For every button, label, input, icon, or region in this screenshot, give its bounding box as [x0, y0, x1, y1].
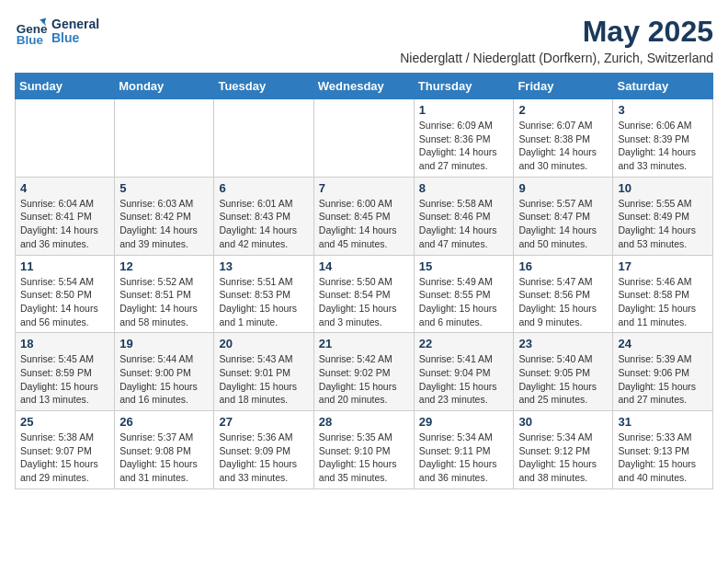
day-number: 17 — [618, 259, 708, 273]
calendar-cell: 28Sunrise: 5:35 AMSunset: 9:10 PMDayligh… — [313, 411, 414, 489]
calendar-cell: 26Sunrise: 5:37 AMSunset: 9:08 PMDayligh… — [115, 411, 214, 489]
day-info: Sunrise: 5:58 AMSunset: 8:46 PMDaylight:… — [419, 197, 509, 251]
day-info: Sunrise: 5:55 AMSunset: 8:49 PMDaylight:… — [618, 197, 708, 251]
calendar-cell — [16, 99, 115, 178]
day-number: 19 — [119, 337, 209, 350]
calendar-cell: 20Sunrise: 5:43 AMSunset: 9:01 PMDayligh… — [214, 333, 313, 411]
calendar-cell: 7Sunrise: 6:00 AMSunset: 8:45 PMDaylight… — [313, 177, 414, 255]
day-info: Sunrise: 5:57 AMSunset: 8:47 PMDaylight:… — [518, 197, 608, 251]
calendar-cell: 15Sunrise: 5:49 AMSunset: 8:55 PMDayligh… — [414, 255, 514, 333]
week-row-4: 18Sunrise: 5:45 AMSunset: 8:59 PMDayligh… — [16, 333, 713, 411]
calendar-cell: 5Sunrise: 6:03 AMSunset: 8:42 PMDaylight… — [115, 177, 214, 255]
calendar-cell: 23Sunrise: 5:40 AMSunset: 9:05 PMDayligh… — [514, 333, 613, 411]
calendar-table: SundayMondayTuesdayWednesdayThursdayFrid… — [15, 73, 713, 489]
location-title: Niederglatt / Niederglatt (Dorfkern), Zu… — [400, 51, 713, 65]
logo-line1: General — [51, 17, 99, 31]
logo-icon: General Blue — [15, 15, 48, 48]
logo-text: General Blue — [51, 17, 99, 46]
svg-text:Blue: Blue — [17, 33, 44, 47]
day-number: 15 — [419, 259, 509, 273]
calendar-cell: 16Sunrise: 5:47 AMSunset: 8:56 PMDayligh… — [514, 255, 613, 333]
week-row-3: 11Sunrise: 5:54 AMSunset: 8:50 PMDayligh… — [16, 255, 713, 333]
week-row-1: 1Sunrise: 6:09 AMSunset: 8:36 PMDaylight… — [16, 99, 713, 178]
calendar-cell: 1Sunrise: 6:09 AMSunset: 8:36 PMDaylight… — [414, 99, 514, 178]
page-header: General Blue General Blue May 2025 Niede… — [15, 15, 713, 65]
calendar-cell: 14Sunrise: 5:50 AMSunset: 8:54 PMDayligh… — [313, 255, 414, 333]
day-number: 22 — [419, 337, 509, 350]
day-number: 29 — [419, 415, 509, 429]
weekday-header-row: SundayMondayTuesdayWednesdayThursdayFrid… — [16, 74, 713, 99]
calendar-cell: 2Sunrise: 6:07 AMSunset: 8:38 PMDaylight… — [514, 99, 613, 178]
day-info: Sunrise: 5:49 AMSunset: 8:55 PMDaylight:… — [419, 275, 509, 329]
calendar-cell: 12Sunrise: 5:52 AMSunset: 8:51 PMDayligh… — [115, 255, 214, 333]
day-number: 2 — [518, 103, 608, 117]
day-number: 13 — [219, 259, 308, 273]
calendar-cell: 31Sunrise: 5:33 AMSunset: 9:13 PMDayligh… — [613, 411, 713, 489]
day-info: Sunrise: 5:41 AMSunset: 9:04 PMDaylight:… — [419, 352, 509, 407]
day-info: Sunrise: 6:04 AMSunset: 8:41 PMDaylight:… — [20, 197, 109, 251]
day-info: Sunrise: 5:42 AMSunset: 9:02 PMDaylight:… — [319, 352, 409, 407]
weekday-header-sunday: Sunday — [16, 74, 115, 99]
day-info: Sunrise: 6:03 AMSunset: 8:42 PMDaylight:… — [119, 197, 209, 251]
day-info: Sunrise: 5:34 AMSunset: 9:11 PMDaylight:… — [419, 431, 509, 485]
calendar-cell: 17Sunrise: 5:46 AMSunset: 8:58 PMDayligh… — [613, 255, 713, 333]
day-number: 10 — [618, 181, 708, 195]
day-info: Sunrise: 5:38 AMSunset: 9:07 PMDaylight:… — [20, 431, 109, 485]
calendar-cell: 27Sunrise: 5:36 AMSunset: 9:09 PMDayligh… — [214, 411, 313, 489]
day-number: 31 — [618, 415, 708, 429]
calendar-cell — [115, 99, 214, 178]
day-number: 28 — [319, 415, 409, 429]
day-info: Sunrise: 5:43 AMSunset: 9:01 PMDaylight:… — [219, 352, 308, 407]
day-info: Sunrise: 5:51 AMSunset: 8:53 PMDaylight:… — [219, 275, 308, 329]
weekday-header-saturday: Saturday — [613, 74, 713, 99]
calendar-cell: 30Sunrise: 5:34 AMSunset: 9:12 PMDayligh… — [514, 411, 613, 489]
calendar-cell: 8Sunrise: 5:58 AMSunset: 8:46 PMDaylight… — [414, 177, 514, 255]
day-info: Sunrise: 5:35 AMSunset: 9:10 PMDaylight:… — [319, 431, 409, 485]
calendar-cell: 24Sunrise: 5:39 AMSunset: 9:06 PMDayligh… — [613, 333, 713, 411]
day-info: Sunrise: 5:34 AMSunset: 9:12 PMDaylight:… — [518, 431, 608, 485]
day-info: Sunrise: 6:00 AMSunset: 8:45 PMDaylight:… — [319, 197, 409, 251]
day-info: Sunrise: 5:33 AMSunset: 9:13 PMDaylight:… — [618, 431, 708, 485]
week-row-5: 25Sunrise: 5:38 AMSunset: 9:07 PMDayligh… — [16, 411, 713, 489]
day-info: Sunrise: 5:46 AMSunset: 8:58 PMDaylight:… — [618, 275, 708, 329]
day-number: 21 — [319, 337, 409, 350]
calendar-cell: 3Sunrise: 6:06 AMSunset: 8:39 PMDaylight… — [613, 99, 713, 178]
day-number: 26 — [119, 415, 209, 429]
calendar-cell: 9Sunrise: 5:57 AMSunset: 8:47 PMDaylight… — [514, 177, 613, 255]
day-info: Sunrise: 5:47 AMSunset: 8:56 PMDaylight:… — [518, 275, 608, 329]
calendar-cell: 29Sunrise: 5:34 AMSunset: 9:11 PMDayligh… — [414, 411, 514, 489]
month-title: May 2025 — [400, 15, 713, 49]
day-number: 12 — [119, 259, 209, 273]
day-number: 4 — [20, 181, 109, 195]
logo-line2: Blue — [51, 31, 99, 45]
day-info: Sunrise: 5:36 AMSunset: 9:09 PMDaylight:… — [219, 431, 308, 485]
day-info: Sunrise: 6:06 AMSunset: 8:39 PMDaylight:… — [618, 119, 708, 173]
calendar-cell: 13Sunrise: 5:51 AMSunset: 8:53 PMDayligh… — [214, 255, 313, 333]
calendar-cell: 4Sunrise: 6:04 AMSunset: 8:41 PMDaylight… — [16, 177, 115, 255]
day-number: 18 — [20, 337, 109, 350]
calendar-cell: 11Sunrise: 5:54 AMSunset: 8:50 PMDayligh… — [16, 255, 115, 333]
calendar-cell: 25Sunrise: 5:38 AMSunset: 9:07 PMDayligh… — [16, 411, 115, 489]
day-info: Sunrise: 5:39 AMSunset: 9:06 PMDaylight:… — [618, 352, 708, 407]
day-number: 24 — [618, 337, 708, 350]
day-number: 20 — [219, 337, 308, 350]
day-info: Sunrise: 5:50 AMSunset: 8:54 PMDaylight:… — [319, 275, 409, 329]
day-number: 7 — [319, 181, 409, 195]
day-info: Sunrise: 5:52 AMSunset: 8:51 PMDaylight:… — [119, 275, 209, 329]
day-info: Sunrise: 5:54 AMSunset: 8:50 PMDaylight:… — [20, 275, 109, 329]
weekday-header-thursday: Thursday — [414, 74, 514, 99]
day-number: 3 — [618, 103, 708, 117]
calendar-cell: 6Sunrise: 6:01 AMSunset: 8:43 PMDaylight… — [214, 177, 313, 255]
title-block: May 2025 Niederglatt / Niederglatt (Dorf… — [400, 15, 713, 65]
day-number: 23 — [518, 337, 608, 350]
day-number: 30 — [518, 415, 608, 429]
day-info: Sunrise: 5:37 AMSunset: 9:08 PMDaylight:… — [119, 431, 209, 485]
calendar-cell: 10Sunrise: 5:55 AMSunset: 8:49 PMDayligh… — [613, 177, 713, 255]
day-number: 1 — [419, 103, 509, 117]
day-info: Sunrise: 5:45 AMSunset: 8:59 PMDaylight:… — [20, 352, 109, 407]
weekday-header-monday: Monday — [115, 74, 214, 99]
calendar-cell: 19Sunrise: 5:44 AMSunset: 9:00 PMDayligh… — [115, 333, 214, 411]
day-info: Sunrise: 6:09 AMSunset: 8:36 PMDaylight:… — [419, 119, 509, 173]
day-number: 25 — [20, 415, 109, 429]
calendar-cell: 18Sunrise: 5:45 AMSunset: 8:59 PMDayligh… — [16, 333, 115, 411]
